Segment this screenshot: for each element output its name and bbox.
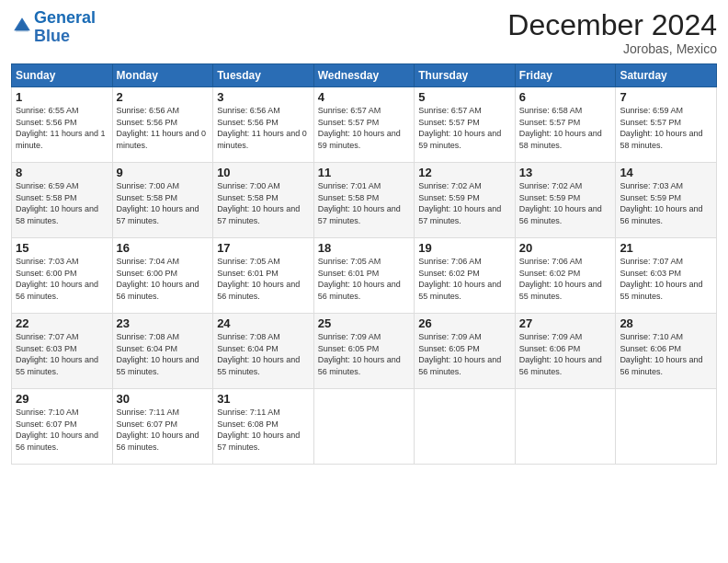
day-detail: Daylight: 10 hours and 55 minutes. xyxy=(620,280,702,301)
day-info: Sunrise: 7:00 AMSunset: 5:58 PMDaylight:… xyxy=(117,180,210,226)
day-detail: Daylight: 11 hours and 0 minutes. xyxy=(217,129,307,150)
calendar-body: 1 Sunrise: 6:55 AMSunset: 5:56 PMDayligh… xyxy=(12,87,717,465)
day-detail: Daylight: 11 hours and 0 minutes. xyxy=(117,129,207,150)
day-number: 27 xyxy=(519,316,612,330)
calendar-cell: 6 Sunrise: 6:58 AMSunset: 5:57 PMDayligh… xyxy=(515,87,616,163)
day-detail: Sunrise: 6:57 AM xyxy=(418,106,482,115)
day-number: 13 xyxy=(519,166,612,179)
day-info: Sunrise: 7:01 AMSunset: 5:58 PMDaylight:… xyxy=(318,180,411,226)
day-detail: Sunrise: 7:05 AM xyxy=(217,257,280,266)
day-detail: Daylight: 10 hours and 58 minutes. xyxy=(519,129,602,150)
calendar-cell: 17 Sunrise: 7:05 AMSunset: 6:01 PMDaylig… xyxy=(213,238,314,314)
day-detail: Sunrise: 6:58 AM xyxy=(519,106,583,115)
calendar-cell: 30 Sunrise: 7:11 AMSunset: 6:07 PMDaylig… xyxy=(112,389,213,465)
week-row-4: 22 Sunrise: 7:07 AMSunset: 6:03 PMDaylig… xyxy=(12,314,717,389)
day-number: 21 xyxy=(620,241,712,255)
logo-general: General xyxy=(34,8,96,27)
weekday-header-row: Sunday Monday Tuesday Wednesday Thursday… xyxy=(12,64,717,87)
day-detail: Daylight: 10 hours and 59 minutes. xyxy=(418,129,501,150)
day-number: 22 xyxy=(16,316,108,330)
calendar-cell: 31 Sunrise: 7:11 AMSunset: 6:08 PMDaylig… xyxy=(213,389,314,465)
day-detail: Sunset: 6:07 PM xyxy=(117,419,178,429)
calendar-cell: 14 Sunrise: 7:03 AMSunset: 5:59 PMDaylig… xyxy=(616,163,717,238)
calendar-cell: 21 Sunrise: 7:07 AMSunset: 6:03 PMDaylig… xyxy=(616,238,717,314)
day-detail: Daylight: 10 hours and 59 minutes. xyxy=(318,129,401,150)
day-detail: Sunrise: 7:01 AM xyxy=(318,181,381,190)
day-detail: Daylight: 10 hours and 57 minutes. xyxy=(117,204,199,225)
day-detail: Sunrise: 7:06 AM xyxy=(519,257,583,266)
day-detail: Sunset: 6:00 PM xyxy=(117,269,178,278)
day-detail: Sunset: 6:03 PM xyxy=(620,269,681,278)
day-info: Sunrise: 7:06 AMSunset: 6:02 PMDaylight:… xyxy=(519,256,612,302)
day-detail: Sunset: 5:58 PM xyxy=(217,193,279,202)
day-detail: Daylight: 10 hours and 56 minutes. xyxy=(16,280,98,301)
header-monday: Monday xyxy=(112,64,213,87)
day-detail: Sunset: 5:57 PM xyxy=(418,118,480,127)
day-detail: Sunrise: 6:56 AM xyxy=(217,106,280,115)
day-detail: Sunset: 6:08 PM xyxy=(217,419,279,429)
day-detail: Sunrise: 7:05 AM xyxy=(318,257,381,266)
calendar-cell: 3 Sunrise: 6:56 AMSunset: 5:56 PMDayligh… xyxy=(213,87,314,163)
day-detail: Sunrise: 6:59 AM xyxy=(620,106,683,115)
day-detail: Daylight: 10 hours and 55 minutes. xyxy=(418,280,501,301)
calendar-cell: 8 Sunrise: 6:59 AMSunset: 5:58 PMDayligh… xyxy=(12,163,113,238)
day-info: Sunrise: 7:08 AMSunset: 6:04 PMDaylight:… xyxy=(117,331,210,377)
day-number: 23 xyxy=(117,316,210,330)
day-info: Sunrise: 7:05 AMSunset: 6:01 PMDaylight:… xyxy=(318,256,411,302)
calendar-cell xyxy=(313,389,415,465)
day-detail: Daylight: 10 hours and 56 minutes. xyxy=(117,280,199,301)
day-number: 28 xyxy=(620,316,712,330)
calendar-cell: 28 Sunrise: 7:10 AMSunset: 6:06 PMDaylig… xyxy=(616,314,717,389)
day-detail: Daylight: 10 hours and 58 minutes. xyxy=(620,129,702,150)
day-detail: Sunrise: 7:10 AM xyxy=(620,332,683,341)
calendar-cell: 7 Sunrise: 6:59 AMSunset: 5:57 PMDayligh… xyxy=(616,87,717,163)
day-detail: Daylight: 10 hours and 57 minutes. xyxy=(217,204,300,225)
day-info: Sunrise: 6:58 AMSunset: 5:57 PMDaylight:… xyxy=(519,105,612,151)
day-detail: Daylight: 10 hours and 55 minutes. xyxy=(217,355,300,376)
day-number: 11 xyxy=(318,166,411,179)
day-number: 14 xyxy=(620,166,712,179)
day-detail: Daylight: 10 hours and 55 minutes. xyxy=(117,355,199,376)
day-detail: Sunset: 5:56 PM xyxy=(16,118,77,127)
day-detail: Sunset: 6:06 PM xyxy=(620,344,681,353)
day-detail: Sunset: 6:01 PM xyxy=(217,269,279,278)
week-row-3: 15 Sunrise: 7:03 AMSunset: 6:00 PMDaylig… xyxy=(12,238,717,314)
day-detail: Sunset: 5:59 PM xyxy=(418,193,480,202)
day-detail: Sunset: 5:57 PM xyxy=(318,118,380,127)
logo-text: General Blue xyxy=(34,9,96,46)
page-header: General Blue December 2024 Jorobas, Mexi… xyxy=(11,9,717,56)
calendar-cell: 16 Sunrise: 7:04 AMSunset: 6:00 PMDaylig… xyxy=(112,238,213,314)
calendar-cell: 20 Sunrise: 7:06 AMSunset: 6:02 PMDaylig… xyxy=(515,238,616,314)
day-number: 16 xyxy=(117,241,210,255)
day-detail: Sunrise: 7:02 AM xyxy=(519,181,583,190)
day-detail: Daylight: 10 hours and 56 minutes. xyxy=(16,431,98,452)
calendar-cell: 19 Sunrise: 7:06 AMSunset: 6:02 PMDaylig… xyxy=(415,238,516,314)
day-detail: Sunset: 6:05 PM xyxy=(418,344,480,353)
day-info: Sunrise: 7:09 AMSunset: 6:06 PMDaylight:… xyxy=(519,331,612,377)
day-detail: Sunset: 5:56 PM xyxy=(117,118,178,127)
day-detail: Sunrise: 7:04 AM xyxy=(117,257,180,266)
day-number: 10 xyxy=(217,166,310,179)
day-detail: Sunset: 5:58 PM xyxy=(318,193,380,202)
day-detail: Daylight: 10 hours and 56 minutes. xyxy=(620,355,702,376)
day-number: 15 xyxy=(16,241,108,255)
calendar-cell: 25 Sunrise: 7:09 AMSunset: 6:05 PMDaylig… xyxy=(313,314,415,389)
day-info: Sunrise: 6:59 AMSunset: 5:58 PMDaylight:… xyxy=(16,180,108,226)
day-detail: Sunrise: 7:00 AM xyxy=(117,181,180,190)
day-detail: Daylight: 10 hours and 57 minutes. xyxy=(217,431,300,452)
logo: General Blue xyxy=(11,9,96,46)
day-info: Sunrise: 7:07 AMSunset: 6:03 PMDaylight:… xyxy=(620,256,712,302)
day-detail: Daylight: 10 hours and 56 minutes. xyxy=(519,204,602,225)
day-detail: Sunrise: 7:11 AM xyxy=(117,408,180,417)
logo-blue: Blue xyxy=(34,27,70,45)
week-row-1: 1 Sunrise: 6:55 AMSunset: 5:56 PMDayligh… xyxy=(12,87,717,163)
header-thursday: Thursday xyxy=(415,64,516,87)
day-detail: Sunset: 6:04 PM xyxy=(217,344,279,353)
day-detail: Sunrise: 6:56 AM xyxy=(117,106,180,115)
header-wednesday: Wednesday xyxy=(313,64,415,87)
calendar-cell: 15 Sunrise: 7:03 AMSunset: 6:00 PMDaylig… xyxy=(12,238,113,314)
day-number: 5 xyxy=(418,90,511,104)
day-number: 24 xyxy=(217,316,310,330)
day-detail: Daylight: 10 hours and 56 minutes. xyxy=(318,280,401,301)
day-detail: Daylight: 10 hours and 57 minutes. xyxy=(318,204,401,225)
